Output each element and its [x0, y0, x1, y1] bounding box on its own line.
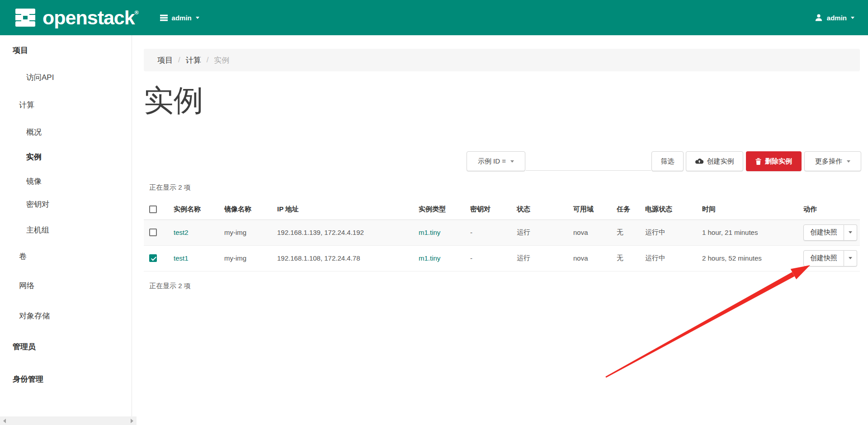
chevron-down-icon — [851, 17, 854, 19]
user-icon — [815, 14, 823, 22]
annotation-arrow — [597, 254, 823, 385]
project-menu-label: admin — [172, 14, 192, 22]
openstack-mark-icon — [14, 6, 37, 29]
row-action-split-button: 创建快照 — [803, 250, 857, 266]
breadcrumb-project[interactable]: 项目 — [157, 55, 173, 65]
instance-link[interactable]: test2 — [174, 229, 189, 236]
chevron-down-icon — [849, 257, 852, 259]
chevron-down-icon — [847, 160, 850, 163]
create-snapshot-button[interactable]: 创建快照 — [803, 224, 844, 241]
cell-power: 运行中 — [643, 220, 700, 245]
sidebar-item-images[interactable]: 镜像 — [26, 176, 42, 187]
delete-instance-button[interactable]: 删除实例 — [746, 151, 802, 171]
row-count-bottom: 正在显示 2 项 — [149, 282, 191, 290]
col-instance-name[interactable]: 实例名称 — [172, 199, 222, 220]
cell-task: 无 — [615, 220, 643, 245]
create-instance-label: 创建实例 — [707, 157, 734, 166]
filter-field-label: 示例 ID = — [478, 157, 506, 166]
col-actions: 动作 — [802, 199, 860, 220]
sidebar-nav: 项目 访问API 计算 概况 实例 镜像 密钥对 主机组 卷 网络 对象存储 管… — [0, 35, 132, 425]
row-checkbox[interactable] — [149, 229, 157, 236]
sidebar-item-server-groups[interactable]: 主机组 — [26, 225, 49, 236]
page-title: 实例 — [144, 85, 203, 116]
cell-keypair: - — [468, 245, 515, 271]
cell-power: 运行中 — [643, 245, 700, 271]
col-keypair[interactable]: 密钥对 — [468, 199, 515, 220]
sidebar-item-compute[interactable]: 计算 — [19, 100, 34, 111]
page: openstack® admin admin 项目 访问API 计算 概况 实例… — [0, 0, 868, 425]
row-checkbox[interactable] — [149, 254, 157, 262]
filter-search-input[interactable] — [526, 151, 651, 171]
cell-status: 运行 — [515, 220, 571, 245]
action-dropdown-toggle[interactable] — [844, 224, 857, 241]
col-az[interactable]: 可用域 — [571, 199, 615, 220]
more-actions-label: 更多操作 — [815, 157, 842, 166]
cell-time: 2 hours, 52 minutes — [700, 245, 802, 271]
table-row: test1 my-img 192.168.1.108, 172.24.4.78 … — [144, 245, 860, 271]
flavor-link[interactable]: m1.tiny — [419, 254, 440, 262]
cell-task: 无 — [615, 245, 643, 271]
sidebar-item-object-store[interactable]: 对象存储 — [19, 311, 50, 322]
cell-status: 运行 — [515, 245, 571, 271]
flavor-link[interactable]: m1.tiny — [419, 229, 440, 236]
sidebar-item-access-api[interactable]: 访问API — [26, 72, 54, 83]
breadcrumb-instances: 实例 — [214, 55, 229, 65]
table-row: test2 my-img 192.168.1.139, 172.24.4.192… — [144, 220, 860, 245]
more-actions-dropdown[interactable]: 更多操作 — [804, 151, 861, 171]
col-power-state[interactable]: 电源状态 — [643, 199, 700, 220]
cell-az: nova — [571, 245, 615, 271]
project-switcher-menu[interactable]: admin — [160, 14, 199, 22]
sidebar-item-admin[interactable]: 管理员 — [13, 341, 36, 352]
user-menu[interactable]: admin — [815, 14, 854, 22]
filter-button[interactable]: 筛选 — [651, 151, 684, 171]
user-menu-label: admin — [827, 14, 847, 22]
breadcrumb-compute[interactable]: 计算 — [186, 55, 201, 65]
scroll-right-icon[interactable] — [131, 419, 133, 423]
delete-instance-label: 删除实例 — [765, 157, 792, 166]
sidebar-item-volumes[interactable]: 卷 — [19, 251, 27, 262]
cloud-icon — [695, 159, 703, 164]
brand-wordmark: openstack® — [42, 8, 138, 28]
scroll-left-icon[interactable] — [3, 419, 6, 423]
cell-ip: 192.168.1.108, 172.24.4.78 — [275, 245, 417, 271]
cell-az: nova — [571, 220, 615, 245]
create-instance-button[interactable]: 创建实例 — [686, 151, 743, 171]
col-ip-address[interactable]: IP 地址 — [275, 199, 417, 220]
cell-keypair: - — [468, 220, 515, 245]
row-count-top: 正在显示 2 项 — [149, 183, 191, 192]
cell-ip: 192.168.1.139, 172.24.4.192 — [275, 220, 417, 245]
filter-field-dropdown[interactable]: 示例 ID = — [467, 151, 525, 171]
col-image-name[interactable]: 镜像名称 — [222, 199, 275, 220]
sidebar-item-keypairs[interactable]: 密钥对 — [26, 199, 49, 210]
sidebar-item-identity[interactable]: 身份管理 — [13, 374, 43, 385]
chevron-down-icon — [196, 17, 199, 19]
breadcrumb-separator: / — [178, 56, 180, 65]
cell-image: my-img — [222, 245, 275, 271]
sidebar-item-instances[interactable]: 实例 — [26, 152, 42, 163]
instances-table: 实例名称 镜像名称 IP 地址 实例类型 密钥对 状态 可用域 任务 电源状态 … — [144, 199, 860, 271]
cell-time: 1 hour, 21 minutes — [700, 220, 802, 245]
action-dropdown-toggle[interactable] — [844, 250, 857, 266]
col-status[interactable]: 状态 — [515, 199, 571, 220]
col-time[interactable]: 时间 — [700, 199, 802, 220]
openstack-logo[interactable]: openstack® — [14, 6, 138, 29]
col-flavor[interactable]: 实例类型 — [417, 199, 468, 220]
row-action-split-button: 创建快照 — [803, 224, 857, 241]
sidebar-item-overview[interactable]: 概况 — [26, 127, 42, 138]
cell-image: my-img — [222, 220, 275, 245]
create-snapshot-button[interactable]: 创建快照 — [803, 250, 844, 266]
select-all-checkbox[interactable] — [149, 205, 157, 213]
top-navbar: openstack® admin admin — [0, 0, 868, 35]
select-all-header[interactable] — [144, 199, 172, 220]
col-task[interactable]: 任务 — [615, 199, 643, 220]
instance-link[interactable]: test1 — [174, 254, 189, 262]
sidebar-item-network[interactable]: 网络 — [19, 280, 34, 291]
trash-icon — [755, 158, 761, 165]
horizontal-scrollbar[interactable] — [0, 416, 137, 425]
breadcrumb: 项目 / 计算 / 实例 — [144, 49, 860, 71]
chevron-down-icon — [849, 231, 852, 234]
breadcrumb-separator: / — [207, 56, 209, 65]
registered-mark: ® — [135, 9, 138, 16]
table-header-row: 实例名称 镜像名称 IP 地址 实例类型 密钥对 状态 可用域 任务 电源状态 … — [144, 199, 860, 220]
sidebar-item-project[interactable]: 项目 — [13, 45, 28, 56]
